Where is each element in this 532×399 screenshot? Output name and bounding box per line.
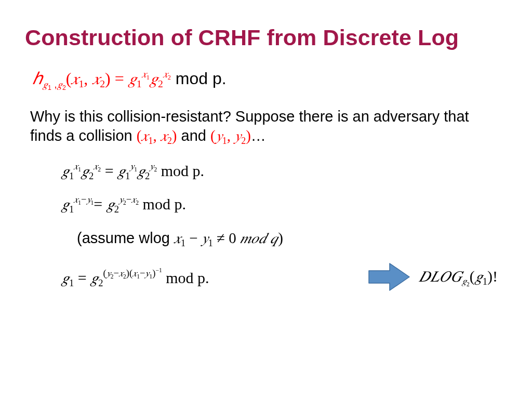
sym-y: 𝑦 xyxy=(202,230,208,246)
sub-2: 2 xyxy=(98,277,103,288)
sym-g: 𝑔 xyxy=(81,162,89,179)
lparen: ( xyxy=(137,127,142,144)
sym-x: 𝑥 xyxy=(141,127,148,144)
sub-1: 1 xyxy=(69,204,74,215)
comma: , xyxy=(153,127,156,144)
rparen: ) xyxy=(278,230,283,246)
minus: − xyxy=(126,194,132,205)
sub-1: 1 xyxy=(137,78,142,90)
sym-g: 𝑔 xyxy=(43,78,48,90)
sub-2: 2 xyxy=(62,84,66,91)
sup-x: 𝑥 xyxy=(119,268,123,278)
neq-zero: ≠ 0 xyxy=(213,230,240,246)
sym-g: 𝑔 xyxy=(61,269,69,286)
sub-1: 1 xyxy=(48,84,51,91)
eq-sign: = xyxy=(74,269,90,286)
sup-x: 𝑥 xyxy=(132,268,137,278)
implies-arrow-icon xyxy=(368,261,410,292)
dlog-result: 𝐷𝐿𝑂𝐺𝑔2(𝑔1)! xyxy=(419,268,498,288)
sym-x: 𝑥 xyxy=(92,69,100,88)
sym-dlog: 𝐷𝐿𝑂𝐺 xyxy=(419,268,462,285)
sym-g: 𝑔 xyxy=(137,162,145,179)
sub-1: 1 xyxy=(69,277,74,288)
sym-x: 𝑥 xyxy=(71,69,78,88)
sym-g: 𝑔 xyxy=(150,69,158,88)
eq-sign: = xyxy=(101,162,117,179)
sub-2: 2 xyxy=(241,136,246,146)
text-modp: mod p. xyxy=(176,69,227,88)
text-modp: mod p. xyxy=(157,162,204,179)
rearranged-equation: 𝑔1𝑥1−𝑦1= 𝑔2𝑦2−𝑥2 mod p. xyxy=(61,194,507,215)
minus: − xyxy=(81,194,87,205)
explanation-paragraph: Why is this collision-resistant? Suppose… xyxy=(30,107,491,147)
sub-2: 2 xyxy=(114,204,119,215)
sym-g: 𝑔 xyxy=(128,69,137,88)
sym-x: 𝑥 xyxy=(161,127,167,144)
sym-g: 𝑔 xyxy=(90,269,98,286)
mod-q: 𝑚𝑜𝑑 𝑞 xyxy=(240,230,278,246)
ellipsis: … xyxy=(251,127,266,144)
rparen: ) xyxy=(172,127,177,144)
sub-1: 1 xyxy=(69,170,74,181)
eq-sign: ) = xyxy=(105,69,128,88)
sym-x: 𝑥 xyxy=(174,230,181,246)
rparen: ) xyxy=(246,127,251,144)
sub-2: 2 xyxy=(145,170,150,181)
sym-y: 𝑦 xyxy=(216,127,222,144)
sup-x: 𝑥 xyxy=(163,68,168,79)
sym-y: 𝑦 xyxy=(234,127,241,144)
rparen: ) xyxy=(487,268,493,285)
wlog-assumption: (assume wlog 𝑥1 − 𝑦1 ≠ 0 𝑚𝑜𝑑 𝑞) xyxy=(77,230,507,249)
text-modp: mod p. xyxy=(139,195,186,212)
sub-1: 1 xyxy=(208,238,213,248)
sub-2: 2 xyxy=(100,78,105,90)
minus: − xyxy=(113,268,119,278)
sym-g: 𝑔 xyxy=(117,162,125,179)
sub-1: 1 xyxy=(78,78,84,90)
minus: − xyxy=(140,268,145,278)
sub-1: 1 xyxy=(222,136,227,146)
sub-2: 2 xyxy=(158,78,163,90)
para-and: and xyxy=(177,127,211,144)
sup-sub-2: 2 xyxy=(168,74,171,81)
sub-1: 1 xyxy=(125,170,130,181)
comma: , xyxy=(84,69,88,88)
sym-g: 𝑔 xyxy=(57,78,62,90)
comma: , xyxy=(227,127,231,144)
sup-y: 𝑦 xyxy=(87,194,91,205)
lparen: ( xyxy=(210,127,216,144)
sub-2: 2 xyxy=(89,170,94,181)
sub-1: 1 xyxy=(181,238,185,248)
sub-2: 2 xyxy=(167,136,172,146)
svg-marker-0 xyxy=(369,263,409,290)
eq-sign: = xyxy=(94,195,106,212)
sub-g: 𝑔 xyxy=(462,275,467,286)
sup-y: 𝑦 xyxy=(107,268,111,278)
text-modp: mod p. xyxy=(162,269,209,286)
dlog-recovery-equation: 𝑔1 = 𝑔2(𝑦2−𝑥2)(𝑥1−𝑦1)−1 mod p. xyxy=(61,268,209,289)
minus: − xyxy=(185,230,202,246)
collision-equation: 𝑔1𝑥1𝑔2𝑥2 = 𝑔1𝑦1𝑔2𝑦2 mod p. xyxy=(61,161,507,182)
sym-g: 𝑔 xyxy=(475,268,483,285)
sym-g: 𝑔 xyxy=(107,195,114,212)
sup-y: 𝑦 xyxy=(119,194,123,205)
text-assume: (assume wlog xyxy=(77,230,174,246)
sym-g: 𝑔 xyxy=(61,195,69,212)
sup-inv: −1 xyxy=(155,268,162,274)
slide-title: Construction of CRHF from Discrete Log xyxy=(25,25,507,50)
lparen: ( xyxy=(66,69,72,88)
sym-g: 𝑔 xyxy=(61,162,69,179)
conclusion-row: 𝑔1 = 𝑔2(𝑦2−𝑥2)(𝑥1−𝑦1)−1 mod p. 𝐷𝐿𝑂𝐺𝑔2(𝑔1… xyxy=(25,264,507,301)
exclaim: ! xyxy=(493,268,498,285)
sub-comma: , xyxy=(51,78,57,90)
sup-x: 𝑥 xyxy=(142,68,147,79)
sub-1: 1 xyxy=(483,275,487,286)
hash-definition-equation: ℎ𝑔1 ,𝑔2(𝑥1, 𝑥2) = 𝑔1𝑥1𝑔2𝑥2 mod p. xyxy=(32,68,507,91)
lparen: ( xyxy=(470,268,475,285)
sym-h: ℎ xyxy=(32,69,43,88)
